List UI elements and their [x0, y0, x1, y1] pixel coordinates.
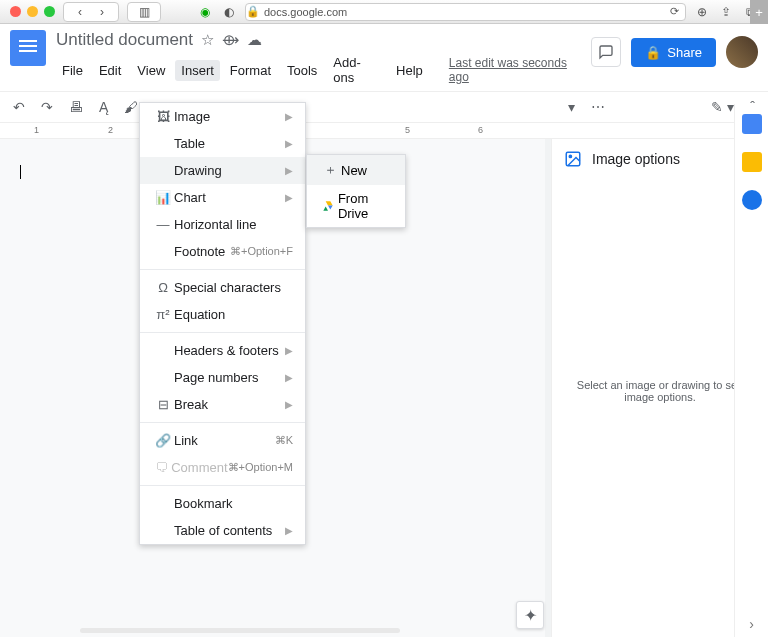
align-dropdown[interactable]: ▾	[565, 96, 578, 118]
maximize-window-button[interactable]	[44, 6, 55, 17]
pi-icon: π²	[152, 307, 174, 322]
submenu-chevron-icon: ▶	[285, 138, 293, 149]
reload-icon[interactable]: ⟳	[670, 5, 679, 18]
comments-button[interactable]	[591, 37, 621, 67]
explore-button[interactable]: ✦	[516, 601, 544, 629]
menu-item-chart[interactable]: 📊Chart▶	[140, 184, 305, 211]
sidebar-toggle[interactable]: ▥	[127, 2, 161, 22]
chart-icon: 📊	[152, 190, 174, 205]
menu-addons[interactable]: Add-ons	[327, 52, 386, 88]
browser-toolbar: ‹ › ▥ ◉ ◐ 🔒 docs.google.com ⟳ ⊕ ⇪ ⧉ +	[0, 0, 768, 24]
print-button[interactable]: 🖶	[66, 96, 86, 118]
svg-point-1	[569, 155, 571, 157]
omega-icon: Ω	[152, 280, 174, 295]
menu-format[interactable]: Format	[224, 60, 277, 81]
editing-mode-button[interactable]: ✎ ▾	[708, 96, 737, 118]
menu-item-break[interactable]: ⊟Break▶	[140, 391, 305, 418]
ruler[interactable]: 1 2 5 6	[0, 123, 768, 139]
horizontal-scrollbar[interactable]	[80, 628, 400, 633]
menu-item-image[interactable]: 🖼Image▶	[140, 103, 305, 130]
url-host: docs.google.com	[264, 6, 347, 18]
menu-file[interactable]: File	[56, 60, 89, 81]
more-button[interactable]: ⋯	[588, 96, 608, 118]
reader-icon[interactable]: ◐	[221, 4, 237, 20]
menu-item-bookmark[interactable]: Bookmark	[140, 490, 305, 517]
menu-item-horizontal-line[interactable]: —Horizontal line	[140, 211, 305, 238]
menu-item-special-characters[interactable]: ΩSpecial characters	[140, 274, 305, 301]
menu-item-label: Drawing	[174, 163, 222, 178]
address-bar[interactable]: 🔒 docs.google.com ⟳	[245, 3, 686, 21]
new-tab-button[interactable]: +	[750, 0, 768, 24]
menu-item-label: Equation	[174, 307, 225, 322]
lock-share-icon: 🔒	[645, 45, 661, 60]
nav-buttons: ‹ ›	[63, 2, 119, 22]
account-avatar[interactable]	[726, 36, 758, 68]
share-button[interactable]: 🔒 Share	[631, 38, 716, 67]
calendar-addon-icon[interactable]	[742, 114, 762, 134]
menu-tools[interactable]: Tools	[281, 60, 323, 81]
submenu-item-label: New	[341, 163, 367, 178]
docs-logo[interactable]	[10, 30, 46, 66]
menu-item-label: Page numbers	[174, 370, 259, 385]
undo-button[interactable]: ↶	[10, 96, 28, 118]
menu-bar: File Edit View Insert Format Tools Add-o…	[56, 52, 591, 88]
image-icon: 🖼	[152, 109, 174, 124]
menu-item-label: Horizontal line	[174, 217, 256, 232]
panel-title: Image options	[592, 151, 680, 167]
menu-item-page-numbers[interactable]: Page numbers▶	[140, 364, 305, 391]
move-icon[interactable]: ⟴	[222, 31, 239, 49]
forward-button[interactable]: ›	[94, 4, 110, 20]
menu-item-label: Headers & footers	[174, 343, 279, 358]
downloads-icon[interactable]: ⊕	[694, 4, 710, 20]
menu-item-headers-footers[interactable]: Headers & footers▶	[140, 337, 305, 364]
link-icon: 🔗	[152, 433, 174, 448]
menu-view[interactable]: View	[131, 60, 171, 81]
window-controls	[10, 6, 55, 17]
menu-item-label: Comment	[171, 460, 227, 475]
submenu-chevron-icon: ▶	[285, 525, 293, 536]
spellcheck-button[interactable]: Ą	[96, 96, 111, 118]
minimize-window-button[interactable]	[27, 6, 38, 17]
last-edit-link[interactable]: Last edit was seconds ago	[443, 53, 591, 87]
menu-item-label: Special characters	[174, 280, 281, 295]
drawing-submenu: ＋NewFrom Drive	[306, 154, 406, 228]
back-button[interactable]: ‹	[72, 4, 88, 20]
extension-icon[interactable]: ◉	[197, 4, 213, 20]
shortcut-label: ⌘+Option+F	[230, 245, 293, 258]
close-window-button[interactable]	[10, 6, 21, 17]
menu-item-link[interactable]: 🔗Link⌘K	[140, 427, 305, 454]
menu-item-label: Chart	[174, 190, 206, 205]
document-title[interactable]: Untitled document	[56, 30, 193, 50]
panel-icon: ▥	[136, 4, 152, 20]
submenu-chevron-icon: ▶	[285, 165, 293, 176]
keep-addon-icon[interactable]	[742, 152, 762, 172]
redo-button[interactable]: ↷	[38, 96, 56, 118]
star-icon[interactable]: ☆	[201, 31, 214, 49]
menu-item-label: Break	[174, 397, 208, 412]
menu-item-label: Footnote	[174, 244, 225, 259]
menu-item-table-of-contents[interactable]: Table of contents▶	[140, 517, 305, 544]
menu-item-equation[interactable]: π²Equation	[140, 301, 305, 328]
menu-item-drawing[interactable]: Drawing▶	[140, 157, 305, 184]
menu-help[interactable]: Help	[390, 60, 429, 81]
text-cursor	[20, 165, 21, 179]
side-rail: ›	[734, 104, 768, 637]
rail-collapse-button[interactable]: ›	[749, 616, 754, 632]
comment-icon: 🗨	[152, 460, 171, 475]
menu-edit[interactable]: Edit	[93, 60, 127, 81]
share-browser-icon[interactable]: ⇪	[718, 4, 734, 20]
menu-insert[interactable]: Insert	[175, 60, 220, 81]
submenu-item-from-drive[interactable]: From Drive	[307, 185, 405, 227]
plus-icon: ＋	[319, 161, 341, 179]
menu-item-label: Link	[174, 433, 198, 448]
shortcut-label: ⌘+Option+M	[228, 461, 293, 474]
app-header: Untitled document ☆ ⟴ ☁ File Edit View I…	[0, 24, 768, 88]
tasks-addon-icon[interactable]	[742, 190, 762, 210]
cloud-icon[interactable]: ☁	[247, 31, 262, 49]
menu-item-table[interactable]: Table▶	[140, 130, 305, 157]
lock-icon: 🔒	[246, 5, 260, 18]
menu-item-label: Table	[174, 136, 205, 151]
menu-item-footnote[interactable]: Footnote⌘+Option+F	[140, 238, 305, 265]
hr-icon: —	[152, 217, 174, 232]
submenu-item-new[interactable]: ＋New	[307, 155, 405, 185]
